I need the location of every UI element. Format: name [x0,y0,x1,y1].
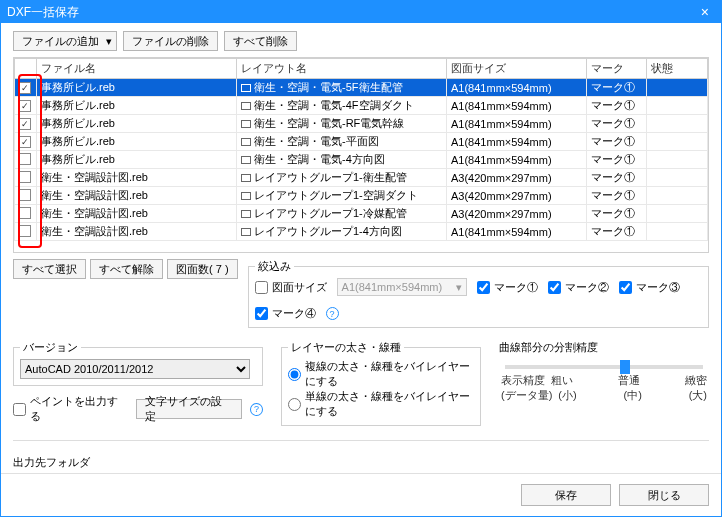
linewidth-opt1[interactable] [288,368,301,381]
filter-papersize-check[interactable]: 図面サイズ [255,280,327,295]
delete-file-button[interactable]: ファイルの削除 [123,31,218,51]
table-row[interactable]: 衛生・空調設計図.rebレイアウトグループ1-衛生配管A3(420mm×297m… [15,169,708,187]
col-papersize[interactable]: 図面サイズ [447,59,587,79]
select-all-button[interactable]: すべて選択 [13,259,86,279]
cell-filename: 事務所ビル.reb [37,79,237,97]
col-check [15,59,37,79]
cell-filename: 事務所ビル.reb [37,151,237,169]
help-icon[interactable]: ? [250,403,263,416]
layout-icon [241,228,251,236]
row-checkbox[interactable] [19,189,31,201]
help-icon[interactable]: ? [326,307,339,320]
table-row[interactable]: 衛生・空調設計図.rebレイアウトグループ1-空調ダクトA3(420mm×297… [15,187,708,205]
cell-status [647,115,708,133]
version-select[interactable]: AutoCAD 2010/2011/2012 [20,359,250,379]
cell-status [647,79,708,97]
col-status[interactable]: 状態 [647,59,708,79]
output-label: 出力先フォルダ [13,455,709,470]
table-row[interactable]: 事務所ビル.reb衛生・空調・電気-4方向図A1(841mm×594mm)マーク… [15,151,708,169]
titlebar: DXF一括保存 × [1,1,721,23]
filter-mark3[interactable]: マーク③ [619,280,680,295]
cell-mark: マーク① [587,187,647,205]
table-row[interactable]: 衛生・空調設計図.rebレイアウトグループ1-冷媒配管A3(420mm×297m… [15,205,708,223]
count-button[interactable]: 図面数( 7 ) [167,259,238,279]
filter-legend: 絞込み [255,259,294,274]
cell-size: A1(841mm×594mm) [447,223,587,241]
cell-mark: マーク① [587,79,647,97]
delete-all-button[interactable]: すべて削除 [224,31,297,51]
row-checkbox[interactable]: ✓ [19,136,31,148]
slider-thumb[interactable] [620,360,630,374]
layout-icon [241,192,251,200]
window-title: DXF一括保存 [7,4,79,21]
table-row[interactable]: ✓事務所ビル.reb衛生・空調・電気-平面図A1(841mm×594mm)マーク… [15,133,708,151]
curve-group: 曲線部分の分割精度 表示精度粗い 普通 緻密 (データ量)(小) (中) (大) [499,340,709,403]
save-button[interactable]: 保存 [521,484,611,506]
cell-filename: 衛生・空調設計図.reb [37,205,237,223]
filter-papersize-select[interactable]: A1(841mm×594mm)▾ [337,278,467,296]
row-checkbox[interactable]: ✓ [19,82,31,94]
col-filename[interactable]: ファイル名 [37,59,237,79]
cell-size: A1(841mm×594mm) [447,151,587,169]
row-checkbox[interactable] [19,171,31,183]
row-checkbox[interactable]: ✓ [19,100,31,112]
row-checkbox[interactable] [19,153,31,165]
cell-mark: マーク① [587,223,647,241]
cell-status [647,151,708,169]
filter-mark1[interactable]: マーク① [477,280,538,295]
table-row[interactable]: 衛生・空調設計図.rebレイアウトグループ1-4方向図A1(841mm×594m… [15,223,708,241]
table-row[interactable]: ✓事務所ビル.reb衛生・空調・電気-4F空調ダクトA1(841mm×594mm… [15,97,708,115]
table-row[interactable]: ✓事務所ビル.reb衛生・空調・電気-RF電気幹線A1(841mm×594mm)… [15,115,708,133]
cell-mark: マーク① [587,151,647,169]
paint-output-check[interactable]: ペイントを出力する [13,394,128,424]
table-row[interactable]: ✓事務所ビル.reb衛生・空調・電気-5F衛生配管A1(841mm×594mm)… [15,79,708,97]
cell-status [647,205,708,223]
add-file-button[interactable]: ファイルの追加 [13,31,102,51]
cell-filename: 事務所ビル.reb [37,133,237,151]
layout-icon [241,210,251,218]
cell-layout: 衛生・空調・電気-4方向図 [237,151,447,169]
cell-size: A3(420mm×297mm) [447,169,587,187]
cell-mark: マーク① [587,133,647,151]
filter-group: 絞込み 図面サイズ A1(841mm×594mm)▾ マーク① マーク② マーク… [248,259,709,328]
row-checkbox[interactable] [19,207,31,219]
precision-slider[interactable] [505,365,703,369]
cell-size: A1(841mm×594mm) [447,115,587,133]
curve-legend: 曲線部分の分割精度 [499,340,598,355]
add-file-dropdown[interactable]: ▾ [101,31,117,51]
cell-status [647,187,708,205]
cell-filename: 事務所ビル.reb [37,115,237,133]
row-checkbox[interactable] [19,225,31,237]
close-button[interactable]: 閉じる [619,484,709,506]
cell-size: A1(841mm×594mm) [447,133,587,151]
cell-mark: マーク① [587,115,647,133]
chevron-down-icon: ▾ [456,281,462,294]
close-icon[interactable]: × [695,4,715,20]
cell-layout: 衛生・空調・電気-RF電気幹線 [237,115,447,133]
cell-status [647,223,708,241]
cell-filename: 事務所ビル.reb [37,97,237,115]
cell-layout: レイアウトグループ1-4方向図 [237,223,447,241]
cell-layout: 衛生・空調・電気-4F空調ダクト [237,97,447,115]
cell-layout: レイアウトグループ1-衛生配管 [237,169,447,187]
cell-mark: マーク① [587,97,647,115]
fontsize-button[interactable]: 文字サイズの設定 [136,399,242,419]
col-layout[interactable]: レイアウト名 [237,59,447,79]
layout-icon [241,120,251,128]
file-table: ファイル名 レイアウト名 図面サイズ マーク 状態 ✓事務所ビル.reb衛生・空… [13,57,709,253]
linewidth-opt2[interactable] [288,398,301,411]
cell-layout: レイアウトグループ1-冷媒配管 [237,205,447,223]
deselect-all-button[interactable]: すべて解除 [90,259,163,279]
layout-icon [241,84,251,92]
row-checkbox[interactable]: ✓ [19,118,31,130]
cell-layout: 衛生・空調・電気-5F衛生配管 [237,79,447,97]
filter-mark2[interactable]: マーク② [548,280,609,295]
layout-icon [241,102,251,110]
filter-mark4[interactable]: マーク④ [255,306,316,321]
cell-filename: 衛生・空調設計図.reb [37,187,237,205]
layout-icon [241,174,251,182]
version-group: バージョン AutoCAD 2010/2011/2012 [13,340,263,386]
cell-filename: 衛生・空調設計図.reb [37,169,237,187]
col-mark[interactable]: マーク [587,59,647,79]
cell-layout: 衛生・空調・電気-平面図 [237,133,447,151]
